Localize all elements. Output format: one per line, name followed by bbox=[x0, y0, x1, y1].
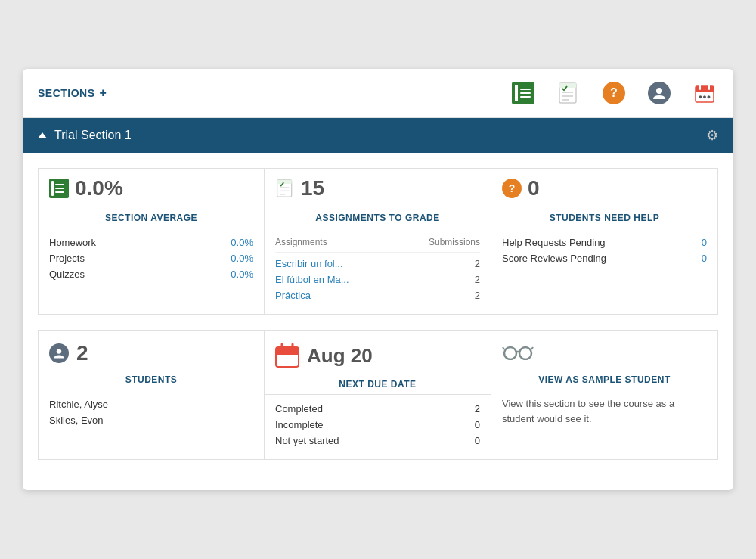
assignments-title: ASSIGNMENTS TO GRADE bbox=[265, 208, 491, 228]
section-average-title: SECTION AVERAGE bbox=[39, 208, 264, 228]
view-sample-header bbox=[491, 331, 717, 370]
svg-rect-1 bbox=[559, 83, 576, 88]
svg-rect-7 bbox=[696, 86, 714, 92]
view-sample-title[interactable]: VIEW AS SAMPLE STUDENT bbox=[491, 370, 717, 390]
student-row-1: Ritchie, Alyse bbox=[49, 396, 253, 412]
svg-point-22 bbox=[504, 347, 516, 359]
top-nav: SECTIONS + bbox=[23, 69, 733, 118]
homework-row: Homework 0.0% bbox=[49, 234, 253, 250]
svg-text:●●●: ●●● bbox=[699, 93, 711, 101]
students-panel: 2 STUDENTS Ritchie, Alyse Skiles, Evon bbox=[38, 330, 265, 460]
students-need-help-header: ? 0 bbox=[491, 169, 717, 208]
section-average-panel: 0.0% SECTION AVERAGE Homework 0.0% Proje… bbox=[38, 168, 265, 315]
score-reviews-row: Score Reviews Pending 0 bbox=[502, 250, 707, 266]
section-average-content: Homework 0.0% Projects 0.0% Quizzes 0.0% bbox=[39, 228, 264, 293]
svg-rect-12 bbox=[277, 180, 292, 184]
view-sample-description: View this section to see the course as a… bbox=[502, 398, 674, 424]
completed-row: Completed 2 bbox=[275, 401, 480, 417]
svg-point-5 bbox=[656, 88, 662, 94]
section-average-icon bbox=[49, 179, 69, 198]
calendar-nav-icon[interactable]: ●●● bbox=[691, 79, 718, 107]
checklist-nav-icon[interactable] bbox=[555, 79, 582, 107]
svg-point-16 bbox=[57, 349, 61, 353]
svg-line-25 bbox=[503, 347, 504, 349]
assignments-count: 15 bbox=[301, 176, 324, 200]
svg-line-26 bbox=[531, 347, 533, 349]
svg-point-23 bbox=[519, 347, 531, 359]
students-content: Ritchie, Alyse Skiles, Evon bbox=[39, 390, 264, 439]
top-panels-grid: 0.0% SECTION AVERAGE Homework 0.0% Proje… bbox=[38, 168, 718, 315]
next-due-date-header: Aug 20 bbox=[265, 331, 491, 374]
students-user-icon bbox=[49, 343, 69, 363]
incomplete-row: Incomplete 0 bbox=[275, 417, 480, 433]
section-settings-gear[interactable]: ⚙ bbox=[706, 127, 718, 144]
sections-label[interactable]: SECTIONS + bbox=[38, 86, 107, 100]
assignments-icon bbox=[275, 179, 295, 198]
nav-icons: ? ●●● bbox=[510, 79, 718, 107]
bottom-panels-grid: 2 STUDENTS Ritchie, Alyse Skiles, Evon bbox=[38, 330, 718, 460]
assignments-col-header: Assignments Submissions bbox=[275, 234, 480, 253]
students-need-help-title: STUDENTS NEED HELP bbox=[491, 208, 717, 228]
student-row-2: Skiles, Evon bbox=[49, 412, 253, 428]
projects-row: Projects 0.0% bbox=[49, 250, 253, 266]
user-nav-icon[interactable] bbox=[646, 79, 673, 107]
next-due-date-panel: Aug 20 NEXT DUE DATE Completed 2 Incompl… bbox=[265, 330, 491, 460]
students-need-help-count: 0 bbox=[528, 176, 540, 200]
next-due-date-content: Completed 2 Incomplete 0 Not yet started… bbox=[265, 395, 491, 459]
section-average-header: 0.0% bbox=[39, 169, 264, 208]
notebook-nav-icon[interactable] bbox=[510, 79, 537, 107]
students-title: STUDENTS bbox=[39, 370, 264, 390]
svg-rect-19 bbox=[276, 351, 299, 355]
next-due-date-title: NEXT DUE DATE bbox=[265, 374, 491, 395]
checklist-svg bbox=[557, 82, 580, 104]
help-icon: ? bbox=[502, 179, 522, 198]
section-title: Trial Section 1 bbox=[54, 129, 132, 142]
help-nav-icon[interactable]: ? bbox=[600, 79, 627, 107]
assignments-to-grade-panel: 15 ASSIGNMENTS TO GRADE Assignments Subm… bbox=[265, 168, 491, 315]
main-container: SECTIONS + bbox=[23, 69, 733, 490]
students-panel-header: 2 bbox=[39, 331, 264, 370]
section-average-value: 0.0% bbox=[75, 176, 123, 200]
view-sample-student-panel: VIEW AS SAMPLE STUDENT View this section… bbox=[491, 330, 718, 460]
collapse-chevron[interactable] bbox=[38, 132, 47, 138]
quizzes-row: Quizzes 0.0% bbox=[49, 266, 253, 282]
assignment-row-2: El fútbol en Ma... 2 bbox=[275, 272, 480, 287]
help-requests-row: Help Requests Pending 0 bbox=[502, 234, 707, 250]
assignment-row-3: Práctica 2 bbox=[275, 287, 480, 303]
calendar-icon bbox=[275, 341, 299, 370]
section-header: Trial Section 1 ⚙ bbox=[23, 118, 733, 153]
view-sample-content: View this section to see the course as a… bbox=[491, 390, 717, 436]
assignments-header: 15 bbox=[265, 169, 491, 208]
students-need-help-content: Help Requests Pending 0 Score Reviews Pe… bbox=[491, 228, 717, 277]
next-due-date-value: Aug 20 bbox=[307, 344, 373, 368]
content-area: 0.0% SECTION AVERAGE Homework 0.0% Proje… bbox=[23, 153, 733, 490]
glasses-icon bbox=[502, 341, 534, 365]
not-yet-started-row: Not yet started 0 bbox=[275, 433, 480, 449]
assignment-row-1: Escribir un fol... 2 bbox=[275, 256, 480, 272]
assignments-content: Assignments Submissions Escribir un fol.… bbox=[265, 228, 491, 314]
students-count: 2 bbox=[76, 341, 88, 365]
section-header-left: Trial Section 1 bbox=[38, 129, 132, 142]
students-need-help-panel: ? 0 STUDENTS NEED HELP Help Requests Pen… bbox=[491, 168, 718, 315]
